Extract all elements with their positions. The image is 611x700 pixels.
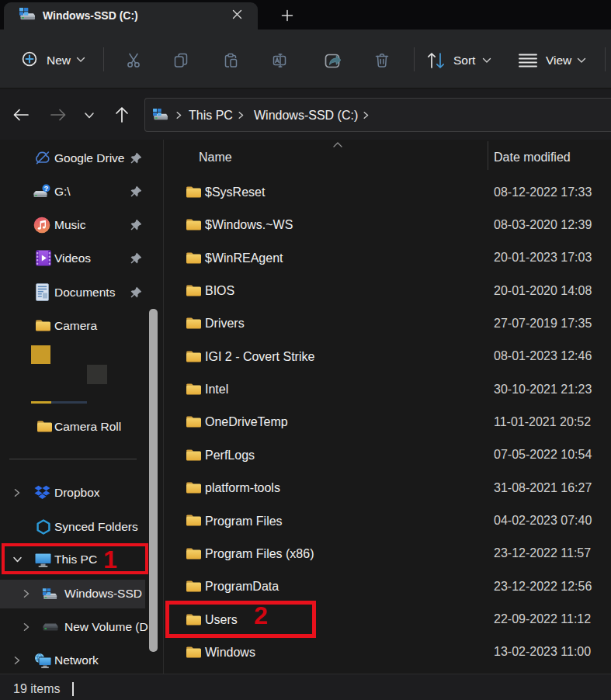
svg-text:?: ? xyxy=(44,184,49,192)
